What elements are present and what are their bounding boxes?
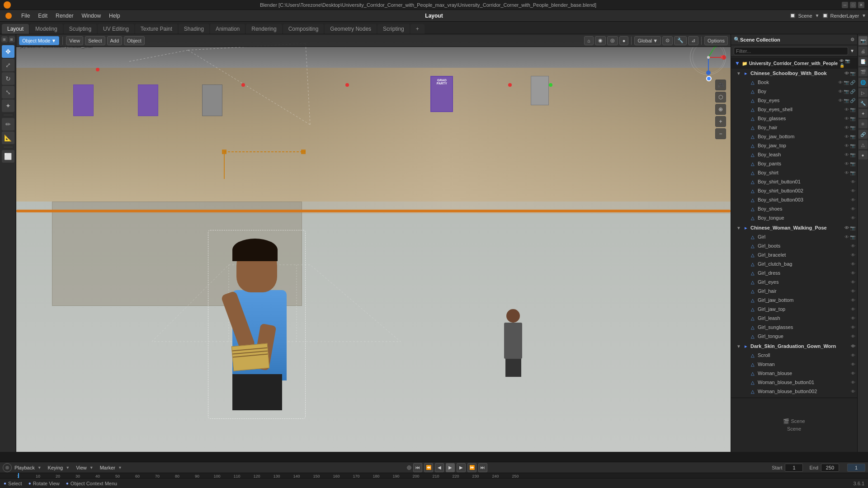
item-boy-shirt-btn01[interactable]: △ Boy_shirt_button01 👁 [731,177,857,186]
jump-next-key-btn[interactable]: ⏩ [467,463,476,472]
viewport-shading-material[interactable]: ◎ [607,36,618,45]
item-boy-shirt-btn003[interactable]: △ Boy_shirt_button003 👁 [731,195,857,204]
jump-prev-key-btn[interactable]: ⏪ [424,463,433,472]
camera-view-btn[interactable]: 🎥 [715,80,726,90]
menu-help[interactable]: Help [105,12,124,20]
render-props-btn[interactable]: 📷 [859,36,868,45]
item-girl-hair[interactable]: △ Girl_hair 👁 [731,286,857,296]
schoolboy-render[interactable]: 📷 [850,71,855,76]
item-boy-jaw-bottom[interactable]: △ Boy_jaw_bottom 👁📷 [731,132,857,141]
snap-toggle[interactable]: 🔧 [674,36,687,45]
object-mode-dropdown[interactable]: Object Mode ▼ [19,36,59,45]
annotate-tool[interactable]: ✏ [2,118,14,131]
add-menu[interactable]: Add [107,36,123,45]
item-girl-leash[interactable]: △ Girl_leash 👁 [731,314,857,323]
viewport-shading-render[interactable]: ● [619,36,629,45]
filter-icon[interactable]: ▼ [850,48,854,53]
minimize-button[interactable]: ─ [842,2,848,8]
book-link[interactable]: 🔗 [850,80,855,85]
playback-dropdown[interactable]: ▼ [38,465,42,470]
add-cube-tool[interactable]: ⬜ [2,150,14,163]
item-boy-shirt-btn002[interactable]: △ Boy_shirt_button002 👁 [731,186,857,195]
jump-start-btn[interactable]: ⏮ [413,463,422,472]
tab-shading[interactable]: Shading [179,24,209,34]
item-girl-jaw-bottom[interactable]: △ Girl_jaw_bottom 👁 [731,296,857,305]
menu-file[interactable]: File [18,12,33,20]
pivot-point[interactable]: ⊙ [662,36,673,45]
play-btn[interactable]: ▶ [446,463,455,472]
data-props-btn[interactable]: △ [859,140,868,149]
keying-dropdown[interactable]: ▼ [66,465,70,470]
tab-animation[interactable]: Animation [210,24,245,34]
tab-rendering[interactable]: Rendering [246,24,282,34]
tab-texture-paint[interactable]: Texture Paint [135,24,178,34]
object-props-btn[interactable]: ▷ [859,88,868,97]
scale-tool[interactable]: ⤡ [2,86,14,99]
particles-props-btn[interactable]: ✦ [859,109,868,118]
book-vis[interactable]: 👁 [838,80,843,85]
step-forward-btn[interactable]: ▶ [457,463,466,472]
item-boy[interactable]: △ Boy 👁 📷 🔗 [731,87,857,96]
close-button[interactable]: ✕ [858,2,864,8]
tab-compositing[interactable]: Compositing [283,24,324,34]
rotate-tool[interactable]: ↻ [2,72,14,85]
tab-sculpting[interactable]: Sculpting [64,24,97,34]
item-boy-eyes[interactable]: △ Boy_eyes 👁📷🔗 [731,96,857,105]
menu-blender[interactable] [2,11,17,20]
menu-render[interactable]: Render [52,12,77,20]
maximize-button[interactable]: □ [850,2,856,8]
object-menu[interactable]: Object [124,36,145,45]
zoom-in-btn[interactable]: + [715,116,726,127]
start-frame-input[interactable] [785,464,803,472]
item-woman-blouse-btn03[interactable]: △ Woman_blouse_button03 👁 [731,396,857,398]
collection-woman-walking[interactable]: ▼ ▸ Chinese_Woman_Walking_Pose 👁📷 [731,223,857,232]
outliner-body[interactable]: ▼ 📁 University_Corridor_Corner_with_Peop… [731,57,857,398]
world-props-btn[interactable]: 🌐 [859,78,868,87]
scene-selector[interactable]: Scene [798,13,812,19]
scene-collection-root[interactable]: ▼ 📁 University_Corridor_Corner_with_Peop… [731,58,857,69]
item-boy-leash[interactable]: △ Boy_leash 👁📷 [731,150,857,159]
transform-tool[interactable]: ✦ [2,99,14,112]
render-layer-selector[interactable]: RenderLayer [830,13,859,19]
item-boy-pants[interactable]: △ Boy_pants 👁📷 [731,159,857,168]
item-girl-bracelet[interactable]: △ Girl_bracelet 👁 [731,250,857,259]
proportional-edit[interactable]: ⊿ [688,36,698,45]
item-woman-blouse-btn01[interactable]: △ Woman_blouse_button01 👁 [731,378,857,387]
cursor-tool[interactable]: ✥ [2,45,14,58]
zoom-out-btn[interactable]: − [715,128,726,139]
item-boy-tongue[interactable]: △ Boy_tongue 👁 [731,213,857,222]
top-view-btn[interactable]: ⊕ [715,104,726,115]
tab-geometry-nodes[interactable]: Geometry Nodes [325,24,377,34]
viewport[interactable]: Object Mode ▼ View Select Add Object ⌂ ◉… [16,34,731,452]
collection-schoolboy[interactable]: ▼ ▸ Chinese_Schoolboy_With_Book 👁 📷 [731,69,857,78]
jump-end-btn[interactable]: ⏭ [478,463,487,472]
item-girl[interactable]: △ Girl 👁📷 [731,232,857,241]
marker-label[interactable]: Marker [100,465,115,470]
toolbar-icon-1[interactable]: ⊞ [1,36,8,42]
material-props-btn[interactable]: ● [859,150,868,160]
item-girl-clutch[interactable]: △ Girl_clutch_bag 👁 [731,259,857,268]
item-girl-dress[interactable]: △ Girl_dress 👁 [731,268,857,277]
step-back-btn[interactable]: ◀ [435,463,444,472]
select-menu[interactable]: Select [85,36,105,45]
item-girl-sunglasses[interactable]: △ Girl_sunglasses 👁 [731,323,857,332]
view-dropdown[interactable]: ▼ [90,465,94,470]
options-btn[interactable]: Options [704,36,728,45]
global-dropdown[interactable]: Global ▼ [634,36,661,45]
item-woman-blouse-btn002[interactable]: △ Woman_blouse_button002 👁 [731,387,857,396]
scene-props-btn[interactable]: 🎬 [859,67,868,76]
tab-add[interactable]: + [410,24,425,34]
tab-scripting[interactable]: Scripting [377,24,410,34]
tab-modeling[interactable]: Modeling [30,24,63,34]
tab-uv-editing[interactable]: UV Editing [98,24,134,34]
item-boy-jaw-top[interactable]: △ Boy_jaw_top 👁📷 [731,141,857,150]
menu-edit[interactable]: Edit [34,12,51,20]
item-boy-shoes[interactable]: △ Boy_shoes 👁 [731,204,857,213]
keying-label[interactable]: Keying [48,465,63,470]
view-label[interactable]: View [76,465,87,470]
item-boy-glasses[interactable]: △ Boy_glasses 👁📷 [731,114,857,123]
item-boy-shirt[interactable]: △ Boy_shirt 👁📷 [731,168,857,177]
modifier-props-btn[interactable]: 🔧 [859,99,868,108]
outliner-filter-input[interactable] [734,47,848,55]
view-layer-btn[interactable]: 📑 [859,57,868,66]
